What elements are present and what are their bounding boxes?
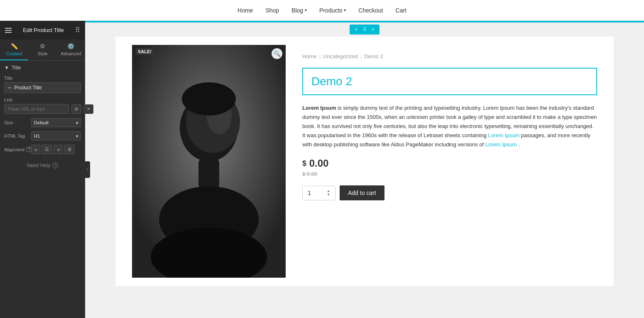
title-input-value: Product Title <box>14 85 42 91</box>
sale-badge: SALE! <box>135 48 154 55</box>
hamburger-menu[interactable] <box>5 28 12 33</box>
product-description: Lorem Ipsum is simply dummy text of the … <box>302 104 597 149</box>
link-remove-btn[interactable]: ✕ <box>84 104 93 114</box>
nav-blog[interactable]: Blog ▾ <box>291 7 307 14</box>
quantity-value[interactable]: 1 <box>308 190 311 196</box>
nav-home[interactable]: Home <box>238 7 253 14</box>
breadcrumb-home[interactable]: Home <box>302 53 317 59</box>
add-to-cart-button[interactable]: Add to cart <box>340 185 384 200</box>
align-right-btn[interactable]: ≡ <box>54 145 63 154</box>
sidebar: Edit Product Title ⠿ ✏️ Content ⚙ Style … <box>0 21 85 318</box>
desc-text-3: . <box>518 141 520 148</box>
product-layout: SALE! 🔍 <box>132 45 597 278</box>
main-wrapper: Edit Product Title ⠿ ✏️ Content ⚙ Style … <box>0 21 644 318</box>
size-select[interactable]: Default ▾ <box>31 118 81 127</box>
alignment-label: Alignment ? <box>4 147 31 152</box>
blog-dropdown-arrow: ▾ <box>305 8 307 12</box>
tab-style[interactable]: ⚙ Style <box>28 39 56 60</box>
add-to-cart-row: 1 ▲ ▼ Add to cart <box>302 185 597 200</box>
size-label: Size <box>4 120 31 125</box>
html-tag-row: HTML Tag H1 ▾ <box>4 131 81 141</box>
title-field-label: Title <box>4 76 81 81</box>
quantity-up[interactable]: ▲ <box>327 190 330 193</box>
widget-toolbar-inner: + ⠿ × <box>350 25 379 35</box>
desc-link-1[interactable]: Lorem Ipsum <box>488 132 519 138</box>
style-icon: ⚙ <box>40 43 45 49</box>
section-title-title[interactable]: ▼ Title <box>4 65 81 71</box>
product-image <box>132 45 286 278</box>
size-row: Size Default ▾ <box>4 118 81 127</box>
html-tag-label: HTML Tag <box>4 133 31 138</box>
products-dropdown-arrow: ▾ <box>344 8 346 12</box>
quantity-down[interactable]: ▼ <box>327 193 330 197</box>
quantity-spinners: ▲ ▼ <box>327 190 330 197</box>
svg-point-6 <box>187 121 197 135</box>
product-title-box: Demo 2 <box>302 68 597 95</box>
link-input[interactable] <box>4 104 69 114</box>
nav-menu: Home Shop Blog ▾ Products ▾ Checkout Car… <box>238 7 406 14</box>
product-price: $ 0.00 $ 5.00 <box>302 158 597 177</box>
desc-lorem-ipsum-bold: Lorem Ipsum <box>302 105 336 111</box>
sidebar-tabs: ✏️ Content ⚙ Style ⚙️ Advanced <box>0 39 85 61</box>
product-info-col: Home | Uncategorized | Demo 2 Demo 2 Lor… <box>302 45 597 200</box>
nav-products[interactable]: Products ▾ <box>319 7 346 14</box>
canvas-area: + ⠿ × SALE! 🔍 <box>85 21 644 318</box>
breadcrumb-sep-2: | <box>360 53 362 59</box>
zoom-icon[interactable]: 🔍 <box>272 48 282 59</box>
price-amount: 0.00 <box>309 158 329 169</box>
sidebar-collapse-tab[interactable]: ‹ <box>84 161 90 178</box>
link-row: ⚙ ✕ <box>4 104 81 114</box>
current-price: $ 0.00 <box>302 158 597 169</box>
alignment-buttons: ≡ ☰ ≡ ≣ <box>31 145 75 154</box>
breadcrumb: Home | Uncategorized | Demo 2 <box>302 53 597 59</box>
size-select-value: Default <box>34 120 49 125</box>
nav-shop[interactable]: Shop <box>265 7 279 14</box>
currency-symbol: $ <box>302 159 306 168</box>
advanced-icon: ⚙️ <box>67 43 74 49</box>
tab-content[interactable]: ✏️ Content <box>0 39 28 60</box>
section-arrow-icon: ▼ <box>4 65 9 71</box>
link-settings-btn[interactable]: ⚙ <box>71 104 81 114</box>
svg-rect-2 <box>198 157 219 190</box>
product-title: Demo 2 <box>311 75 588 88</box>
tab-advanced[interactable]: ⚙️ Advanced <box>57 39 85 60</box>
breadcrumb-category[interactable]: Uncategorized <box>323 53 358 59</box>
html-tag-dropdown-arrow: ▾ <box>76 134 78 138</box>
sidebar-header: Edit Product Title ⠿ <box>0 21 85 39</box>
sidebar-title: Edit Product Title <box>12 27 75 33</box>
alignment-row: Alignment ? ≡ ☰ ≡ ≣ <box>4 145 81 154</box>
nav-checkout[interactable]: Checkout <box>358 7 383 14</box>
breadcrumb-current: Demo 2 <box>364 53 383 59</box>
link-field-label: Link <box>4 97 81 102</box>
need-help[interactable]: Need Help ? <box>4 163 81 168</box>
help-icon: ? <box>52 163 58 168</box>
product-page: SALE! 🔍 <box>115 37 614 286</box>
breadcrumb-sep-1: | <box>319 53 321 59</box>
desc-link-2[interactable]: Lorem Ipsum <box>485 141 517 148</box>
align-justify-btn[interactable]: ≣ <box>64 145 75 154</box>
quantity-input-wrapper: 1 ▲ ▼ <box>302 186 335 200</box>
product-image-col: SALE! 🔍 <box>132 45 286 278</box>
content-icon: ✏️ <box>11 43 18 49</box>
title-input[interactable]: ✏ Product Title <box>4 82 81 93</box>
pencil-icon: ✏ <box>8 85 12 91</box>
top-navigation: Home Shop Blog ▾ Products ▾ Checkout Car… <box>0 0 644 21</box>
widget-move-btn[interactable]: ⠿ <box>361 26 368 33</box>
widget-add-btn[interactable]: + <box>353 26 359 33</box>
html-tag-select-value: H1 <box>34 133 40 138</box>
more-options-icon[interactable]: ⠿ <box>75 26 80 34</box>
svg-point-7 <box>182 82 236 116</box>
align-left-btn[interactable]: ≡ <box>31 145 40 154</box>
size-dropdown-arrow: ▾ <box>76 121 78 125</box>
sidebar-content: ▼ Title Title ✏ Product Title Link ⚙ ✕ S… <box>0 61 85 318</box>
original-price: $ 5.00 <box>302 171 597 177</box>
nav-cart[interactable]: Cart <box>396 7 406 14</box>
widget-toolbar: + ⠿ × <box>85 22 644 37</box>
align-center-btn[interactable]: ☰ <box>42 145 52 154</box>
html-tag-select[interactable]: H1 ▾ <box>31 131 81 141</box>
widget-close-btn[interactable]: × <box>370 26 376 33</box>
